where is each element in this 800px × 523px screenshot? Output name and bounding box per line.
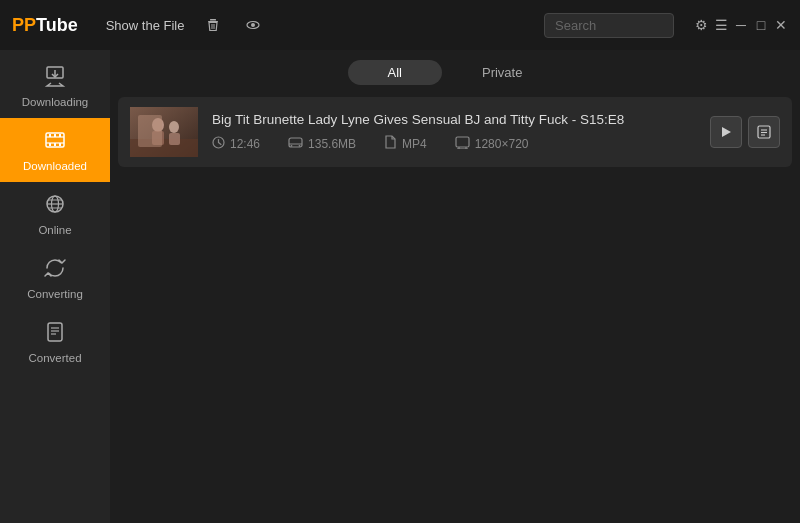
window-controls: ⚙ ☰ ─ □ ✕: [694, 18, 788, 32]
size-value: 135.6MB: [308, 137, 356, 151]
table-row: Big Tit Brunette Lady Lyne Gives Sensual…: [118, 97, 792, 167]
hdd-icon: [288, 136, 303, 152]
menu-button[interactable]: ☰: [714, 18, 728, 32]
svg-rect-13: [49, 143, 51, 146]
svg-rect-14: [59, 143, 61, 146]
convert-icon: [43, 256, 67, 284]
sidebar-label-converted: Converted: [28, 352, 81, 364]
file-title: Big Tit Brunette Lady Lyne Gives Sensual…: [212, 112, 696, 127]
svg-point-37: [299, 144, 301, 146]
svg-rect-11: [49, 134, 51, 137]
details-button[interactable]: [748, 116, 780, 148]
sidebar-item-converted[interactable]: Converted: [0, 310, 110, 374]
svg-rect-1: [208, 21, 218, 22]
search-input[interactable]: [544, 13, 674, 38]
sidebar-label-online: Online: [38, 224, 71, 236]
download-icon: [43, 64, 67, 92]
settings-button[interactable]: ⚙: [694, 18, 708, 32]
svg-line-34: [219, 142, 222, 144]
film-icon: [43, 128, 67, 156]
svg-rect-29: [152, 131, 164, 145]
svg-point-28: [152, 118, 164, 132]
svg-point-5: [251, 23, 255, 27]
svg-rect-22: [48, 323, 62, 341]
sidebar: Downloading Downloaded: [0, 50, 110, 523]
sidebar-item-downloading[interactable]: Downloading: [0, 54, 110, 118]
trash-icon: [205, 17, 221, 33]
titlebar: PPTube Show the File ⚙ ☰ ─ □ ✕: [0, 0, 800, 50]
file-info: Big Tit Brunette Lady Lyne Gives Sensual…: [212, 112, 696, 152]
format-value: MP4: [402, 137, 427, 151]
file-meta: 12:46 135.6MB: [212, 135, 696, 152]
svg-rect-15: [54, 134, 56, 137]
tab-all[interactable]: All: [348, 60, 442, 85]
meta-size: 135.6MB: [288, 135, 356, 152]
sidebar-label-downloading: Downloading: [22, 96, 89, 108]
tabs-bar: All Private: [110, 50, 800, 93]
svg-point-30: [169, 121, 179, 133]
show-file-label: Show the File: [106, 18, 185, 33]
sidebar-item-online[interactable]: Online: [0, 182, 110, 246]
svg-marker-43: [722, 127, 731, 137]
svg-rect-0: [210, 19, 216, 21]
globe-icon: [43, 192, 67, 220]
eye-button[interactable]: [238, 10, 268, 40]
converted-icon: [43, 320, 67, 348]
maximize-button[interactable]: □: [754, 18, 768, 32]
play-button[interactable]: [710, 116, 742, 148]
resolution-icon: [455, 136, 470, 152]
sidebar-item-converting[interactable]: Converting: [0, 246, 110, 310]
svg-rect-12: [59, 134, 61, 137]
meta-format: MP4: [384, 135, 427, 152]
file-icon: [384, 135, 397, 152]
main-layout: Downloading Downloaded: [0, 50, 800, 523]
eye-icon: [245, 17, 261, 33]
details-icon: [757, 125, 771, 139]
meta-resolution: 1280×720: [455, 135, 529, 152]
delete-button[interactable]: [198, 10, 228, 40]
meta-duration: 12:46: [212, 135, 260, 152]
duration-value: 12:46: [230, 137, 260, 151]
file-list: Big Tit Brunette Lady Lyne Gives Sensual…: [110, 93, 800, 523]
file-actions: [710, 116, 780, 148]
file-thumbnail: [130, 107, 198, 157]
play-icon: [719, 125, 733, 139]
sidebar-label-downloaded: Downloaded: [23, 160, 87, 172]
minimize-button[interactable]: ─: [734, 18, 748, 32]
sidebar-item-downloaded[interactable]: Downloaded: [0, 118, 110, 182]
clock-icon: [212, 136, 225, 152]
sidebar-label-converting: Converting: [27, 288, 83, 300]
svg-rect-16: [54, 143, 56, 146]
svg-rect-31: [169, 133, 180, 145]
resolution-value: 1280×720: [475, 137, 529, 151]
svg-rect-39: [456, 137, 469, 147]
tab-private[interactable]: Private: [442, 60, 562, 85]
svg-point-38: [291, 144, 293, 146]
close-button[interactable]: ✕: [774, 18, 788, 32]
app-logo: PPTube: [12, 15, 78, 36]
content-area: All Private: [110, 50, 800, 523]
